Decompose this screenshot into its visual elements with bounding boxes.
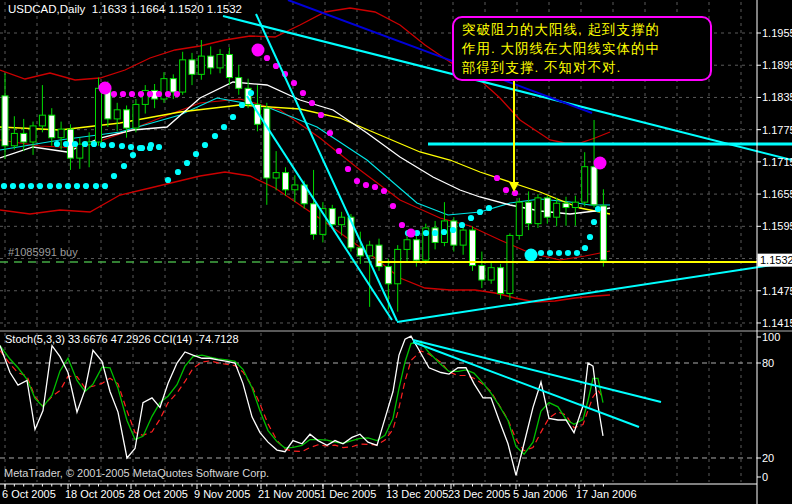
magenta-trail-dot [594,157,607,170]
candle [114,110,120,119]
date-label: 9 Nov 2005 [194,488,250,500]
candle [451,221,457,245]
magenta-trail-dot [138,91,144,97]
candle [133,104,139,128]
current-price-label: 1.1532 [760,254,792,266]
magenta-trail-dot [390,203,396,209]
candle [535,198,541,224]
candle [470,230,476,265]
cyan-trail-dot [450,227,456,233]
magenta-trail-dot [336,148,342,154]
trendline[interactable] [247,96,392,320]
cyan-trail-dot [93,183,99,189]
cyan-trail-dot [184,160,190,166]
candle [208,56,214,68]
cyan-trail-dot [248,90,254,96]
price-label: 1.1835 [762,91,792,103]
candle [563,203,569,207]
magenta-trail-dot [156,91,162,97]
cyan-trail-dot [119,143,125,149]
magenta-trail-dot [354,178,360,184]
cyan-trail-dot [221,124,227,130]
cyan-trail-dot [28,183,34,189]
magenta-trail-dot [503,187,509,193]
cyan-trail-dot [595,206,601,212]
candle [198,56,204,74]
candle [507,235,513,293]
candle [283,173,289,190]
annotation-line: 部得到支撑. 不知对不对. [462,58,702,77]
candle [39,115,45,126]
date-label: 6 Oct 2005 [2,488,56,500]
candle [11,133,17,145]
cyan-trail-dot [54,141,60,147]
date-label: 5 Jan 2006 [513,488,567,500]
magenta-trail-dot [147,91,153,97]
candle [460,230,466,245]
candle [367,245,373,256]
cyan-trail-dot [565,250,571,256]
candle [292,185,298,190]
candle [554,203,560,217]
candle [526,202,532,223]
date-label: 1 Dec 2005 [320,488,376,500]
cyan-trail-dot [441,229,447,235]
cyan-trail-dot [486,205,492,211]
cyan-trail-dot [574,250,580,256]
chart-title: USDCAD,Daily 1.1633 1.1664 1.1520 1.1532 [8,3,242,15]
mt4-chart-window: 6 Oct 200518 Oct 200528 Oct 20059 Nov 20… [0,0,792,504]
cyan-trail-dot [587,234,593,240]
price-label: 1.1775 [762,124,792,136]
annotation-text-box[interactable]: 突破阻力的大阳线, 起到支撑的 作用. 大阴线在大阳线实体的中 部得到支撑. 不… [452,16,712,81]
price-label: 1.1715 [762,156,792,168]
trendline[interactable] [397,262,792,322]
osc-axis-label: 0 [762,471,768,483]
osc-trendline[interactable] [413,342,639,427]
cyan-trail-dot [459,222,465,228]
cyan-trail-dot [63,141,69,147]
magenta-trail-dot [111,91,117,97]
candle [124,110,130,128]
magenta-trail-dot [309,100,315,106]
magenta-trail-dot [99,82,112,95]
magenta-trail-dot [372,184,378,190]
cyan-trail-dot [165,177,171,183]
magenta-trail-dot [494,175,500,181]
cyan-trail-dot [128,144,134,150]
candle [488,268,494,280]
cyan-trail-dot [212,133,218,139]
cyan-trail-dot [591,219,597,225]
cyan-trail-dot [239,102,245,108]
magenta-trail-dot [291,80,297,86]
date-label: 18 Oct 2005 [65,488,125,500]
candle [58,129,64,138]
cyan-trail-dot [137,145,143,151]
cyan-trail-dot [547,250,553,256]
date-label: 17 Jan 2006 [576,488,637,500]
candle [572,202,578,207]
buy-order-label[interactable]: #1085991 buy [8,246,78,258]
date-label: 13 Dec 2005 [386,488,448,500]
cyan-trail-dot [65,183,71,189]
magenta-trail-dot [264,55,270,61]
magenta-trail-dot [120,91,126,97]
price-label: 1.1415 [762,317,792,329]
candle [311,204,317,235]
cyan-trail-dot [83,183,89,189]
cyan-trail-dot [423,230,429,236]
candle [357,248,363,256]
candle [600,206,606,260]
cyan-trail-dot [102,183,108,189]
osc-axis-label: 80 [762,357,774,369]
stoch-signal-line [0,343,603,454]
cyan-trail-dot [37,183,43,189]
candle [217,54,223,67]
cyan-trail-dot [74,183,80,189]
magenta-trail-dot [363,182,369,188]
cyan-trail-dot [175,169,181,175]
cyan-trail-dot [111,173,117,179]
candle [226,54,232,77]
magenta-trail-dot [318,112,324,118]
magenta-trail-dot [174,91,180,97]
indicator-values-label: Stoch(5,3,3) 33.6676 47.2926 CCI(14) -74… [5,333,239,345]
